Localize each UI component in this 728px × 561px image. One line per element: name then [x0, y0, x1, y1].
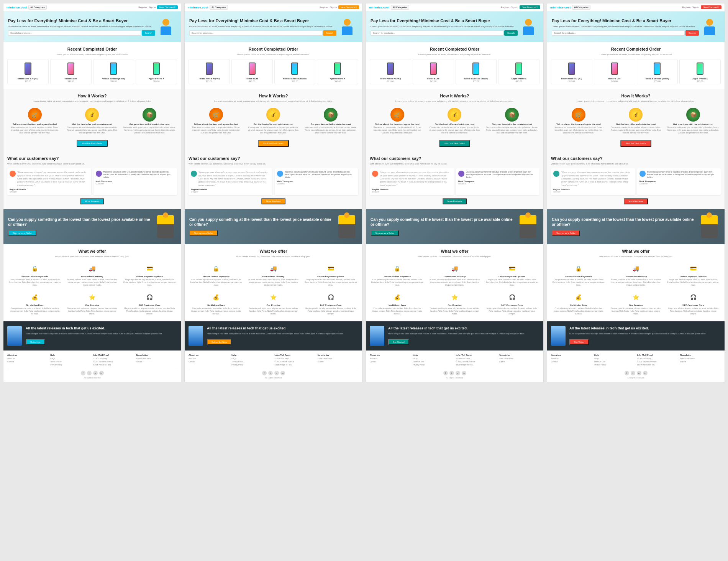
how-works-2: How It Works? Lorem ipsum dolor sit amet… [185, 89, 362, 151]
product-4[interactable]: Apple iPhone X $95.00 [136, 59, 177, 84]
product-2c[interactable]: Nokia 8 Sirocco (Black)$55.00 [274, 59, 316, 84]
navbar-1: minimise.cost All Categories Register Si… [3, 3, 181, 12]
step-3a: 📦 Get your item with the minimise cost N… [122, 106, 177, 136]
navbar-2: minimise.cost All Categories Register Si… [185, 3, 362, 12]
navbar-3: minimise.cost All Categories Register Si… [366, 3, 543, 12]
avatar-1a [10, 171, 16, 177]
cta-btn-3[interactable]: Sign up as a Seller [371, 230, 399, 236]
how-btn-4[interactable]: Find the Best Deals [620, 140, 651, 147]
googleplus-icon-4[interactable]: g [637, 371, 641, 375]
footer-dark-2: All the latest releases in tech that get… [185, 321, 362, 350]
hero-title-2: Pay Less for Everything! Minimise Cost &… [189, 18, 336, 23]
facebook-icon-4[interactable]: f [625, 371, 629, 375]
cta-btn-2[interactable]: Sign up as a Seller [189, 230, 218, 236]
more-btn-3[interactable]: More Reviews [443, 198, 466, 204]
recent-title-1: Recent Completed Order [7, 47, 177, 51]
bottom-footer-2: About usAbout usContact HelpFAQsTerms of… [185, 350, 362, 382]
hero-title-1: Pay Less for Everything! Minimise Cost &… [8, 18, 155, 23]
search-btn-4[interactable]: Search [685, 30, 699, 36]
offer-3: What we offer With clients in over 100 c… [366, 244, 543, 321]
search-input-4[interactable] [552, 30, 685, 36]
bottom-footer-4: About usAbout usContact HelpFAQsTerms of… [547, 350, 725, 382]
cta-btn-1[interactable]: Sign up as a Seller [8, 230, 36, 236]
how-works-3: How It Works? Lorem ipsum dolor sit amet… [366, 89, 543, 151]
step-1a: 🛒 Tell us about the item and agree the d… [7, 106, 62, 136]
twitter-icon-3[interactable]: t [449, 371, 454, 375]
column-1: minimise.cost All Categories Register Si… [3, 3, 181, 382]
social-icons-1: f t g in [7, 369, 177, 375]
search-input-1[interactable] [8, 30, 141, 36]
linkedin-icon-3[interactable]: in [462, 371, 466, 375]
how-title-1: How It Works? [7, 94, 177, 98]
step-2a: 💰 Get the best offer and minimise cost C… [65, 106, 120, 136]
twitter-icon-4[interactable]: t [631, 371, 635, 375]
offer-card-3: 💳 Online Payment Options Magin apia effi… [122, 262, 177, 288]
search-input-2[interactable] [189, 30, 322, 36]
nav-btn-4[interactable]: New Discount!!! [701, 5, 721, 9]
footer-dark-4: All the latest releases in tech that get… [547, 321, 725, 350]
testimonials-4: What our customers say? With clients in … [547, 151, 725, 209]
search-input-3[interactable] [371, 30, 503, 36]
cta-4: Can you supply something at the lowest t… [547, 209, 725, 244]
more-btn-2[interactable]: More Reviews [261, 198, 285, 204]
recent-orders-1: Recent Completed Order Lorem ipsum dolor… [3, 42, 181, 89]
product-2[interactable]: Honor 8 Lite $45.00 [50, 59, 92, 84]
nav-btn-3[interactable]: New Discount!!! [520, 5, 540, 9]
more-btn-1[interactable]: More Reviews [80, 198, 104, 204]
footer-dark-1: All the latest releases in tech that get… [3, 321, 181, 350]
test-sub-1: With clients in over 100 countries, See … [7, 162, 177, 165]
twitter-icon-2[interactable]: t [268, 371, 273, 375]
footer-guy-img-1 [7, 326, 22, 346]
facebook-icon-2[interactable]: f [262, 371, 267, 375]
cta-btn-4[interactable]: Sign up as a Seller [552, 230, 580, 236]
footer-btn-2[interactable]: Subscribe Now [207, 339, 231, 345]
googleplus-icon[interactable]: g [93, 371, 98, 375]
hero-person-1 [161, 19, 171, 35]
page-grid: minimise.cost All Categories Register Si… [0, 0, 728, 385]
linkedin-icon-2[interactable]: in [280, 371, 285, 375]
linkedin-icon[interactable]: in [99, 371, 104, 375]
googleplus-icon-2[interactable]: g [274, 371, 279, 375]
facebook-icon[interactable]: f [81, 371, 85, 375]
how-btn-2[interactable]: Find the Best Deals [258, 140, 289, 147]
search-btn-1[interactable]: Search [142, 30, 155, 36]
how-btn-3[interactable]: Find the Best Deals [439, 140, 470, 147]
footer-dark-title-1: All the latest releases in tech that get… [26, 326, 177, 331]
bottom-footer-3: About usAbout usContact HelpFAQsTerms of… [366, 350, 543, 382]
search-btn-3[interactable]: Search [504, 30, 518, 36]
categories-1[interactable]: All Categories [28, 5, 46, 10]
recent-sub-1: Lorem ipsum dolor sit amet, consectetur … [7, 53, 177, 56]
nav-btn-1[interactable]: New Discount!!! [157, 5, 178, 9]
column-4: minimise.cost All Categories Register Si… [547, 3, 725, 382]
nav-btn-2[interactable]: New Discount!!! [338, 5, 359, 9]
footer-btn-1[interactable]: Subscribe [26, 339, 45, 345]
avatar-2a [96, 171, 102, 177]
how-works-4: How It Works? Lorem ipsum dolor sit amet… [547, 89, 725, 151]
footer-btn-4[interactable]: Get Today [569, 339, 589, 345]
how-btn-1[interactable]: Find the Best Deals [77, 140, 107, 147]
product-2a[interactable]: Redmi Note 5 AI (4G)$15.00 [189, 59, 230, 84]
twitter-icon[interactable]: t [87, 371, 92, 375]
search-btn-2[interactable]: Search [323, 30, 336, 36]
steps-grid-1: 🛒 Tell us about the item and agree the d… [7, 106, 177, 136]
logo-2: minimise.cost [188, 6, 208, 9]
product-3[interactable]: Nokia 8 Sirocco (Black) $55.00 [93, 59, 134, 84]
googleplus-icon-3[interactable]: g [456, 371, 460, 375]
footer-col-4: Newsletter Enter Email Here Submit [136, 354, 177, 367]
linkedin-icon-4[interactable]: in [643, 371, 648, 375]
offer-card-4: 💰 No Hidden Fees Cras pellentesque torto… [7, 290, 62, 317]
bottom-footer-1: About us About us Contact Help FAQs Term… [3, 350, 181, 382]
test-card-1a: "Have you ever shopped me overseas acros… [7, 168, 91, 195]
offer-title-1: What we offer [7, 249, 177, 253]
categories-2[interactable]: All Categories [210, 5, 228, 10]
offer-1: What we offer With clients in over 100 c… [3, 244, 181, 321]
product-2d[interactable]: Apple iPhone X$95.00 [317, 59, 358, 84]
recent-orders-2: Recent Completed Order Lorem ipsum dolor… [185, 42, 362, 89]
product-1[interactable]: Redmi Note 5 AI (4G) $15.00 [7, 59, 49, 84]
footer-btn-3[interactable]: Get Started [388, 339, 409, 345]
footer-dark-sub-1: Nunc congue nisi vitae suscipit tellus m… [26, 332, 177, 336]
recent-orders-3: Recent Completed Order Lorem ipsum dolor… [366, 42, 543, 89]
product-2b[interactable]: Honor 8 Lite$45.00 [231, 59, 273, 84]
more-btn-4[interactable]: More Reviews [624, 198, 648, 204]
facebook-icon-3[interactable]: f [443, 371, 448, 375]
